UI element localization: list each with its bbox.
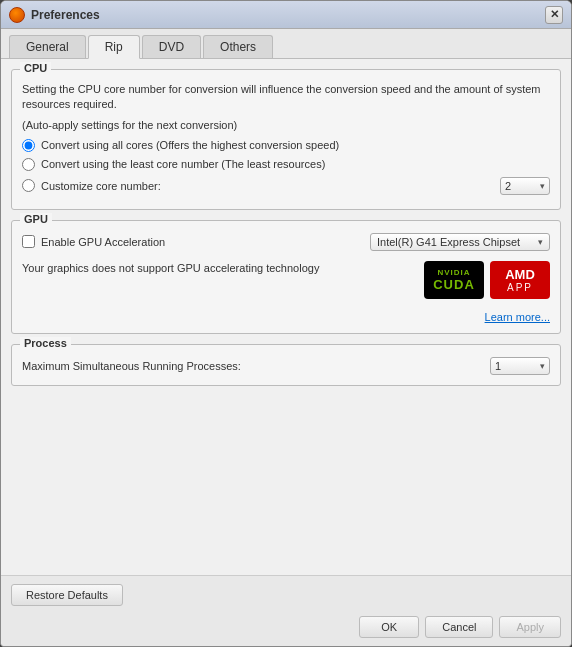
cpu-label-least: Convert using the least core number (The…	[41, 158, 325, 170]
cpu-radio-least[interactable]	[22, 158, 35, 171]
cpu-label-custom: Customize core number:	[41, 180, 161, 192]
core-arrow: ▾	[540, 181, 545, 191]
gpu-group: GPU Enable GPU Acceleration Intel(R) G41…	[11, 220, 561, 334]
badge-row: NVIDIA CUDA AMD APP	[424, 261, 550, 299]
tab-bar: General Rip DVD Others	[1, 29, 571, 59]
amd-badge: AMD APP	[490, 261, 550, 299]
process-arrow: ▾	[540, 361, 545, 371]
tab-others[interactable]: Others	[203, 35, 273, 58]
close-button[interactable]: ✕	[545, 6, 563, 24]
window-title: Preferences	[31, 8, 539, 22]
gpu-bottom: Your graphics does not support GPU accel…	[22, 261, 550, 323]
gpu-badges: NVIDIA CUDA AMD APP Learn more...	[424, 261, 550, 323]
bottom-actions: Restore Defaults OK Cancel Apply	[11, 584, 561, 638]
cpu-group-label: CPU	[20, 62, 51, 74]
learn-more-link[interactable]: Learn more...	[485, 311, 550, 323]
gpu-checkbox-row: Enable GPU Acceleration	[22, 235, 165, 248]
process-group: Process Maximum Simultaneous Running Pro…	[11, 344, 561, 386]
restore-row: Restore Defaults	[11, 584, 561, 610]
core-select-container: 2 ▾	[500, 177, 550, 195]
process-count-select[interactable]: 1 ▾	[490, 357, 550, 375]
gpu-group-label: GPU	[20, 213, 52, 225]
gpu-chipset-select[interactable]: Intel(R) G41 Express Chipset ▾	[370, 233, 550, 251]
gpu-select-arrow: ▾	[538, 237, 543, 247]
tab-rip[interactable]: Rip	[88, 35, 140, 59]
tab-general[interactable]: General	[9, 35, 86, 58]
nvidia-badge: NVIDIA CUDA	[424, 261, 484, 299]
core-select[interactable]: 2 ▾	[500, 177, 550, 195]
btn-row: OK Cancel Apply	[11, 616, 561, 638]
bottom-bar: Restore Defaults OK Cancel Apply	[1, 575, 571, 646]
cpu-option-least: Convert using the least core number (The…	[22, 158, 550, 171]
cpu-radio-all[interactable]	[22, 139, 35, 152]
cancel-button[interactable]: Cancel	[425, 616, 493, 638]
amd-line2: APP	[507, 282, 533, 293]
cuda-line2: CUDA	[433, 277, 475, 292]
cpu-option-custom: Customize core number: 2 ▾	[22, 177, 550, 195]
ok-button[interactable]: OK	[359, 616, 419, 638]
amd-line1: AMD	[505, 267, 535, 282]
gpu-enable-label: Enable GPU Acceleration	[41, 236, 165, 248]
gpu-chipset-value: Intel(R) G41 Express Chipset	[377, 236, 520, 248]
max-processes-label: Maximum Simultaneous Running Processes:	[22, 360, 484, 372]
gpu-no-support-text: Your graphics does not support GPU accel…	[22, 261, 414, 276]
auto-apply-text: (Auto-apply settings for the next conver…	[22, 119, 550, 131]
gpu-enable-row: Enable GPU Acceleration Intel(R) G41 Exp…	[22, 233, 550, 251]
process-row: Maximum Simultaneous Running Processes: …	[22, 357, 550, 375]
process-count-value: 1	[495, 360, 501, 372]
cpu-group: CPU Setting the CPU core number for conv…	[11, 69, 561, 210]
nvidia-line1: NVIDIA	[437, 268, 470, 277]
cpu-option-all: Convert using all cores (Offers the high…	[22, 139, 550, 152]
restore-defaults-button[interactable]: Restore Defaults	[11, 584, 123, 606]
title-bar: Preferences ✕	[1, 1, 571, 29]
core-value: 2	[505, 180, 511, 192]
preferences-window: Preferences ✕ General Rip DVD Others CPU…	[0, 0, 572, 647]
content-area: CPU Setting the CPU core number for conv…	[1, 59, 571, 575]
cpu-description: Setting the CPU core number for conversi…	[22, 82, 550, 113]
cpu-radio-custom[interactable]	[22, 179, 35, 192]
tab-dvd[interactable]: DVD	[142, 35, 201, 58]
app-icon	[9, 7, 25, 23]
gpu-enable-checkbox[interactable]	[22, 235, 35, 248]
process-group-label: Process	[20, 337, 71, 349]
apply-button[interactable]: Apply	[499, 616, 561, 638]
cpu-label-all: Convert using all cores (Offers the high…	[41, 139, 339, 151]
